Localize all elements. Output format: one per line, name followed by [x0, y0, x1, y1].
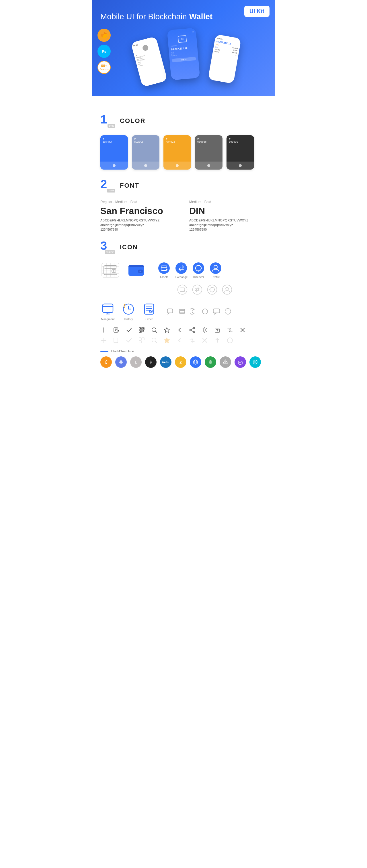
eth-icon	[115, 356, 127, 368]
svg-rect-100	[114, 338, 118, 343]
wallet-filled-icon	[126, 261, 146, 279]
color-card-orange: #F5A623	[163, 135, 191, 169]
svg-point-21	[158, 262, 170, 274]
section3-number: 3 THREE	[101, 240, 115, 255]
action-icons-row: Mangment History Order	[101, 302, 266, 321]
svg-marker-123	[209, 361, 211, 364]
svg-line-105	[156, 341, 157, 343]
icon-row-main: Assets Exchange	[101, 261, 266, 279]
svg-rect-80	[142, 330, 142, 331]
nav-profile-ghost	[222, 284, 232, 295]
order-icon: Order	[142, 302, 157, 321]
matic-icon: M	[234, 356, 246, 368]
crypto-icons-row: ₿ Ł	[101, 356, 266, 368]
svg-rect-54	[144, 304, 154, 314]
svg-rect-79	[140, 331, 141, 332]
misc-icons-group	[167, 308, 232, 315]
wallet-grid-icon	[101, 261, 120, 279]
svg-rect-83	[143, 332, 144, 332]
section2-number: 2 TWO	[101, 178, 115, 193]
svg-rect-81	[143, 330, 144, 331]
svg-point-63	[202, 309, 207, 314]
svg-point-32	[210, 262, 221, 274]
svg-point-88	[193, 328, 195, 329]
font-din: Medium · Bold DIN ABCDEFGHIJKLMNOPQRSTUV…	[189, 200, 266, 231]
phone-right: myWallet $6.297.502.12 BTC 788.2003 ETH …	[208, 34, 241, 84]
phone-left: Profile AI Management Message Red Cashie…	[131, 36, 167, 87]
main-content: 1 ONE COLOR #3574FA #8DA0C8 #F5A623 #666…	[92, 96, 275, 376]
arrow-ghost-icon	[214, 337, 221, 344]
nav-exchange-ghost	[192, 284, 202, 295]
color-card-blue: #3574FA	[101, 135, 128, 169]
ui-kit-badge: UI Kit	[244, 6, 270, 17]
star-ghost-icon	[163, 337, 170, 344]
nav-icons-ghost-row	[177, 284, 266, 295]
zec-icon: Z	[175, 356, 186, 368]
svg-rect-37	[184, 290, 185, 291]
svg-point-66	[228, 310, 228, 311]
svg-point-43	[209, 289, 210, 290]
svg-rect-61	[179, 311, 185, 312]
blockchain-label: BlockChain Icon	[111, 349, 134, 353]
plus-ghost-icon	[101, 337, 107, 344]
font-grid: Regular · Medium · Bold San Francisco AB…	[101, 200, 266, 231]
hero-title: Mobile UI for Blockchain Wallet	[101, 11, 266, 22]
blockchain-line	[101, 351, 108, 352]
check-ghost-icon	[125, 337, 133, 344]
dash-icon: DASH	[160, 356, 171, 368]
svg-marker-128	[225, 361, 226, 363]
search-ghost-icon	[151, 337, 158, 344]
svg-point-28	[198, 265, 199, 266]
svg-rect-75	[140, 328, 141, 329]
share-icon	[189, 327, 196, 334]
star-icon	[163, 327, 170, 334]
section1-number: 1 ONE	[101, 114, 115, 128]
emc-icon	[205, 356, 216, 368]
moon-icon	[190, 308, 197, 315]
nav-assets-icon: Assets	[158, 262, 170, 279]
ltc-icon: Ł	[130, 356, 142, 368]
check-icon	[125, 327, 133, 334]
svg-rect-47	[103, 304, 113, 313]
info-icon	[224, 308, 232, 315]
svg-point-40	[210, 287, 215, 292]
blockchain-section: BlockChain Icon ₿ Ł	[101, 349, 266, 368]
svg-line-92	[191, 331, 193, 332]
arrows-ghost-icon	[189, 337, 196, 344]
settings-icon	[201, 327, 208, 334]
svg-point-41	[211, 287, 213, 288]
svg-text:Ł: Ł	[135, 360, 137, 364]
svg-text:Z: Z	[179, 360, 182, 364]
xrp-icon	[145, 356, 157, 368]
back-ghost-icon	[176, 337, 183, 344]
svg-rect-24	[166, 269, 167, 270]
svg-rect-102	[142, 338, 144, 340]
qr-ghost-icon	[138, 337, 145, 344]
svg-point-31	[201, 268, 202, 269]
chat-icon	[167, 308, 174, 315]
svg-text:M: M	[239, 361, 242, 364]
svg-text:DASH: DASH	[162, 361, 169, 364]
svg-point-93	[204, 329, 206, 331]
phone-center: ✕ myWallet $6.297.502.12 BTC ETH WAVES S…	[167, 28, 200, 80]
svg-rect-60	[179, 309, 185, 311]
svg-point-44	[214, 289, 215, 290]
svg-point-34	[178, 285, 187, 294]
export-icon	[214, 327, 221, 334]
svg-point-29	[198, 271, 199, 272]
svg-rect-82	[142, 332, 142, 332]
svg-text:₿: ₿	[105, 360, 107, 364]
svg-point-90	[193, 332, 195, 333]
svg-rect-101	[139, 338, 141, 340]
svg-rect-17	[129, 267, 144, 269]
svg-marker-106	[164, 338, 169, 343]
history-icon: History	[121, 302, 136, 321]
svg-rect-77	[142, 328, 144, 329]
svg-point-42	[211, 291, 213, 292]
plus-icon	[101, 327, 107, 334]
svg-line-86	[156, 331, 157, 333]
search-icon	[151, 327, 158, 334]
svg-rect-84	[142, 331, 143, 332]
svg-rect-70	[114, 328, 118, 332]
nav-icons-group: Assets Exchange	[158, 262, 222, 279]
